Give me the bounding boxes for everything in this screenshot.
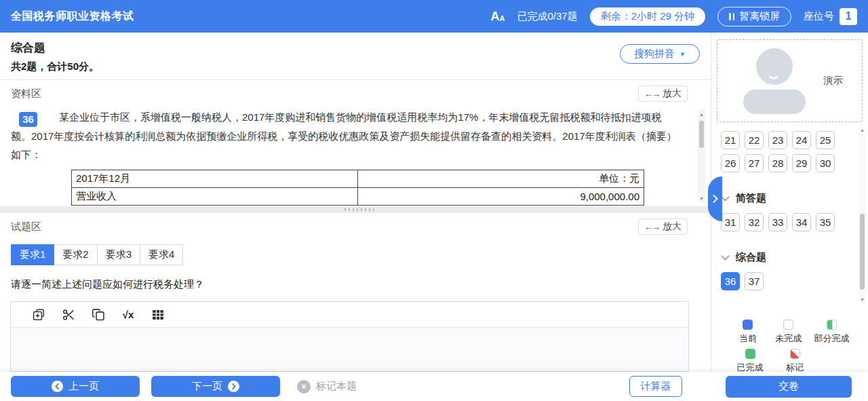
question-nav-sidebar: 演示 21 22 23 24 25 26 27 28 29 30 简答题 [711, 33, 868, 372]
legend-marked: 标记 [772, 349, 817, 372]
expand-arrows-icon: ←→ [644, 89, 659, 99]
question-button-29[interactable]: 29 [792, 154, 811, 172]
question-button-32[interactable]: 32 [745, 213, 764, 231]
legend-partial: 部分完成 [809, 320, 854, 345]
scroll-up-icon[interactable]: ▲ [859, 126, 866, 134]
tab-requirement-1[interactable]: 要求1 [11, 244, 54, 265]
question-button-25[interactable]: 25 [816, 131, 835, 149]
question-button-33[interactable]: 33 [768, 213, 787, 231]
mark-icon: × [297, 380, 311, 394]
table-icon[interactable] [151, 307, 165, 322]
table-cell: 单位：元 [358, 170, 644, 187]
divider-drag-handle[interactable] [344, 208, 374, 211]
sidebar-scrollbar[interactable]: ▲ ▼ [859, 126, 866, 303]
main-panel: 综合题 共2题，合计50分。 搜狗拼音 ▼ 资料区 ←→ 放大 36某企业位于市… [0, 33, 711, 372]
mark-question-label: 标记本题 [316, 380, 357, 393]
question-button-21[interactable]: 21 [721, 131, 740, 149]
question-zoom-button[interactable]: ←→ 放大 [638, 218, 688, 235]
tab-requirement-3[interactable]: 要求3 [97, 244, 140, 265]
ime-label: 搜狗拼音 [634, 47, 675, 60]
current-swatch-icon [743, 320, 753, 330]
scroll-up-icon[interactable]: ▲ [698, 110, 705, 118]
question-button-23[interactable]: 23 [768, 131, 787, 149]
chevron-right-circle-icon [228, 381, 239, 392]
legend-label: 标记 [786, 362, 804, 372]
question-button-27[interactable]: 27 [745, 154, 764, 172]
seat-label: 座位号 [804, 10, 834, 23]
seat-number-badge: 1 [840, 8, 857, 25]
group-title-label: 综合题 [736, 251, 766, 264]
legend-label: 当前 [739, 332, 757, 345]
question-grid: 21 22 23 24 25 26 27 28 29 30 [721, 131, 840, 177]
top-bar: 全国税务师职业资格考试 AA 已完成0/37题 剩余：2小时 29 分钟 暂离锁… [0, 0, 868, 33]
avatar [737, 43, 812, 119]
legend-incomplete: 未完成 [768, 320, 809, 345]
pause-lock-label: 暂离锁屏 [739, 10, 780, 23]
table-cell: 2017年12月 [72, 170, 358, 187]
answer-input[interactable] [11, 328, 688, 371]
legend-label: 未完成 [775, 332, 802, 345]
formula-icon[interactable]: √x [121, 307, 136, 322]
material-label: 资料区 [11, 88, 41, 100]
calculator-button[interactable]: 计算器 [629, 376, 682, 397]
font-size-icon-big: A [490, 10, 499, 22]
question-button-22[interactable]: 22 [745, 131, 764, 149]
material-scrollbar[interactable]: ▲ ▼ [698, 110, 705, 202]
answer-editor: √x [10, 301, 689, 372]
panel-divider [0, 206, 711, 213]
group-header-short-answer[interactable]: 简答题 [721, 192, 859, 205]
font-size-icon[interactable]: AA [490, 10, 505, 22]
scroll-down-icon[interactable]: ▼ [859, 295, 866, 303]
copy-icon[interactable] [91, 307, 106, 322]
chevron-right-icon [713, 195, 718, 203]
pointer-marker [861, 378, 865, 400]
question-area-header: 试题区 ←→ 放大 [0, 213, 711, 237]
question-prompt: 请逐一简述上述问题应如何进行税务处理？ [11, 278, 700, 291]
submit-button[interactable]: 交卷 [726, 376, 852, 398]
question-button-34[interactable]: 34 [792, 213, 811, 231]
cut-icon[interactable] [61, 307, 76, 322]
exam-app: 全国税务师职业资格考试 AA 已完成0/37题 剩余：2小时 29 分钟 暂离锁… [0, 0, 868, 401]
question-button-24[interactable]: 24 [792, 131, 811, 149]
legend-current: 当前 [728, 320, 768, 345]
material-zoom-button[interactable]: ←→ 放大 [638, 85, 688, 102]
mark-question-button[interactable]: × 标记本题 [297, 380, 357, 394]
avatar-body [743, 90, 806, 114]
question-button-35[interactable]: 35 [816, 213, 835, 231]
group-header-comprehensive[interactable]: 综合题 [721, 251, 859, 264]
app-title: 全国税务师职业资格考试 [11, 9, 134, 24]
question-area-label: 试题区 [11, 221, 41, 233]
pause-lock-button[interactable]: 暂离锁屏 [717, 7, 791, 26]
ime-select-button[interactable]: 搜狗拼音 ▼ [620, 44, 700, 64]
tab-requirement-2[interactable]: 要求2 [54, 244, 97, 265]
marked-swatch-icon [790, 349, 800, 359]
next-page-button[interactable]: 下一页 [151, 376, 280, 397]
sidebar-collapse-toggle[interactable] [708, 176, 722, 221]
question-button-30[interactable]: 30 [816, 154, 835, 172]
question-paragraph: 36某企业位于市区，系增值税一般纳税人，2017年度购进和销售货物的增值税适用税… [11, 108, 678, 164]
scroll-down-icon[interactable]: ▼ [698, 194, 705, 202]
prev-page-button[interactable]: 上一页 [11, 376, 140, 397]
question-button-26[interactable]: 26 [721, 154, 740, 172]
table-row: 营业收入 9,000,000.00 [72, 187, 644, 205]
pause-icon [729, 13, 734, 20]
legend-label: 已完成 [737, 362, 764, 372]
table-cell: 营业收入 [72, 187, 358, 205]
question-button-28[interactable]: 28 [768, 154, 787, 172]
material-zoom-label: 放大 [663, 88, 682, 100]
seat-number-wrap: 座位号 1 [804, 8, 857, 25]
bottom-bar: 上一页 下一页 × 标记本题 计算器 交卷 [0, 372, 868, 401]
group-title-label: 简答题 [736, 192, 766, 205]
page-title: 综合题 [11, 40, 700, 56]
question-button-37[interactable]: 37 [745, 272, 764, 290]
tab-requirement-4[interactable]: 要求4 [140, 244, 183, 265]
question-grid: 36 37 [721, 272, 840, 295]
material-content: 36某企业位于市区，系增值税一般纳税人，2017年度购进和销售货物的增值税适用税… [0, 104, 711, 206]
question-button-36[interactable]: 36 [721, 272, 740, 290]
paste-icon[interactable] [31, 307, 46, 322]
chevron-down-icon [721, 255, 730, 261]
scrollbar-thumb[interactable] [860, 214, 865, 290]
legend-row: 已完成 标记 [728, 349, 854, 372]
question-button-31[interactable]: 31 [721, 213, 740, 231]
scrollbar-thumb[interactable] [699, 121, 704, 148]
